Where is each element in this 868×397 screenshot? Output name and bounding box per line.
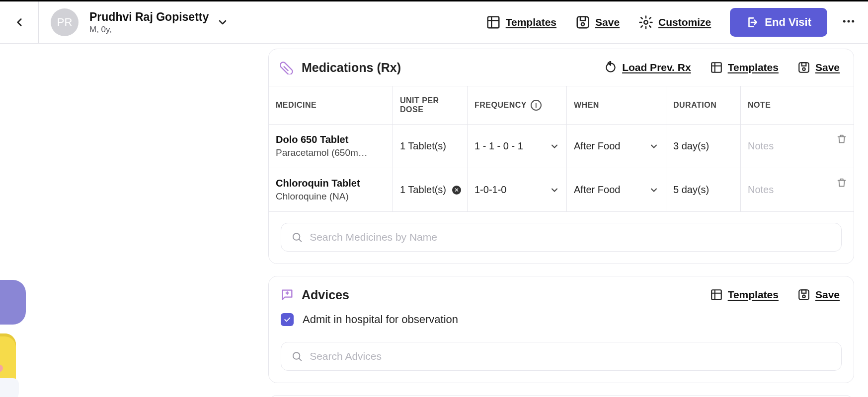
patient-block[interactable]: Prudhvi Raj Gopisetty M, 0y, xyxy=(89,10,229,35)
svg-rect-10 xyxy=(802,63,806,66)
patient-name: Prudhvi Raj Gopisetty xyxy=(89,10,209,24)
note-cell[interactable]: Notes xyxy=(741,168,830,211)
chevron-down-icon xyxy=(550,185,559,195)
load-prev-rx-button[interactable]: Load Prev. Rx xyxy=(604,61,691,74)
save-icon xyxy=(797,61,810,74)
save-label: Save xyxy=(595,16,620,28)
svg-point-12 xyxy=(293,233,300,240)
load-prev-label: Load Prev. Rx xyxy=(622,62,691,73)
when-cell[interactable]: After Food xyxy=(567,168,666,211)
patient-avatar: PR xyxy=(51,8,79,36)
reload-icon xyxy=(604,61,617,74)
assistant-mascot[interactable] xyxy=(6,280,26,388)
svg-point-17 xyxy=(293,352,300,359)
delete-row-button[interactable] xyxy=(830,125,854,168)
advice-item[interactable]: Admit in hospital for observation xyxy=(269,313,854,331)
customize-button[interactable]: Customize xyxy=(638,15,711,30)
medicine-composition: Paracetamol (650m… xyxy=(276,147,386,158)
chevron-left-icon xyxy=(13,16,26,29)
info-icon[interactable]: i xyxy=(531,100,542,111)
trash-icon xyxy=(836,133,847,144)
search-advices[interactable] xyxy=(281,342,842,371)
customize-label: Customize xyxy=(658,16,711,28)
advices-title: Advices xyxy=(302,288,349,302)
dose-cell[interactable]: 1 Tablet(s) xyxy=(393,125,468,168)
medicine-cell[interactable]: Chloroquin Tablet Chloroquine (NA) xyxy=(269,168,393,211)
note-cell[interactable]: Notes xyxy=(741,125,830,168)
advices-templates-button[interactable]: Templates xyxy=(710,288,779,301)
end-visit-label: End Visit xyxy=(765,16,811,29)
search-medicines-input[interactable] xyxy=(310,231,831,243)
table-row: Chloroquin Tablet Chloroquine (NA) 1 Tab… xyxy=(269,168,854,212)
svg-point-7 xyxy=(852,20,854,23)
rx-templates-label: Templates xyxy=(728,62,779,73)
back-button[interactable] xyxy=(0,1,39,43)
template-icon xyxy=(486,15,501,30)
svg-point-5 xyxy=(843,20,846,23)
col-unit-dose: UNIT PER DOSE xyxy=(393,86,468,124)
patient-meta: M, 0y, xyxy=(89,25,209,35)
duration-cell[interactable]: 3 day(s) xyxy=(666,125,741,168)
svg-point-11 xyxy=(802,68,805,70)
dose-value: 1 Tablet(s) xyxy=(400,140,460,152)
medicine-composition: Chloroquine (NA) xyxy=(276,191,386,202)
rx-templates-button[interactable]: Templates xyxy=(710,61,779,74)
medicine-name: Chloroquin Tablet xyxy=(276,178,386,189)
more-button[interactable] xyxy=(841,14,856,31)
svg-rect-2 xyxy=(580,17,585,21)
svg-rect-8 xyxy=(711,63,721,72)
frequency-cell[interactable]: 1 - 1 - 0 - 1 xyxy=(468,125,567,168)
search-icon xyxy=(291,231,303,243)
col-medicine: MEDICINE xyxy=(269,86,393,124)
end-visit-button[interactable]: End Visit xyxy=(730,8,827,37)
col-duration: DURATION xyxy=(666,86,741,124)
trash-icon xyxy=(836,177,847,188)
col-when: WHEN xyxy=(567,86,666,124)
search-advices-input[interactable] xyxy=(310,350,831,362)
duration-cell[interactable]: 5 day(s) xyxy=(666,168,741,211)
note-placeholder: Notes xyxy=(748,184,823,196)
svg-rect-13 xyxy=(711,290,721,300)
svg-rect-0 xyxy=(487,17,499,28)
templates-label: Templates xyxy=(506,16,556,28)
templates-button[interactable]: Templates xyxy=(486,15,556,30)
top-bar: PR Prudhvi Raj Gopisetty M, 0y, Template… xyxy=(0,0,868,44)
advices-save-button[interactable]: Save xyxy=(797,288,840,301)
col-frequency-label: FREQUENCY xyxy=(474,101,527,110)
when-value: After Food xyxy=(574,184,620,196)
pill-icon xyxy=(280,60,295,75)
template-icon xyxy=(710,61,723,74)
right-column: Medications (Rx) Load Prev. Rx Templates… xyxy=(268,44,868,397)
rx-save-button[interactable]: Save xyxy=(797,61,840,74)
duration-value: 5 day(s) xyxy=(673,184,733,196)
svg-point-16 xyxy=(802,295,805,298)
when-cell[interactable]: After Food xyxy=(567,125,666,168)
delete-row-button[interactable] xyxy=(830,168,854,211)
table-row: Dolo 650 Tablet Paracetamol (650m… 1 Tab… xyxy=(269,125,854,168)
clear-icon[interactable]: ✕ xyxy=(452,186,461,195)
medications-card: Medications (Rx) Load Prev. Rx Templates… xyxy=(268,49,854,264)
frequency-cell[interactable]: 1-0-1-0 xyxy=(468,168,567,211)
search-medicines[interactable] xyxy=(281,223,842,252)
speech-bubble xyxy=(0,280,26,325)
template-icon xyxy=(710,288,723,301)
check-icon xyxy=(283,316,291,324)
save-icon xyxy=(797,288,810,301)
medicine-cell[interactable]: Dolo 650 Tablet Paracetamol (650m… xyxy=(269,125,393,168)
medications-table: MEDICINE UNIT PER DOSE FREQUENCY i WHEN … xyxy=(269,86,854,212)
checkbox-checked[interactable] xyxy=(281,313,294,326)
chevron-down-icon xyxy=(649,185,659,195)
col-note: NOTE xyxy=(741,86,854,124)
duration-value: 3 day(s) xyxy=(673,140,733,152)
left-column xyxy=(0,44,268,397)
exit-icon xyxy=(746,16,759,29)
dose-cell[interactable]: 1 Tablet(s) ✕ xyxy=(393,168,468,211)
svg-point-3 xyxy=(581,23,584,26)
advices-save-label: Save xyxy=(815,289,840,301)
advices-templates-label: Templates xyxy=(728,289,779,301)
rx-save-label: Save xyxy=(815,62,840,73)
chevron-down-icon xyxy=(217,16,229,28)
chevron-down-icon xyxy=(649,141,659,151)
save-button[interactable]: Save xyxy=(575,15,620,30)
svg-point-4 xyxy=(644,20,648,24)
